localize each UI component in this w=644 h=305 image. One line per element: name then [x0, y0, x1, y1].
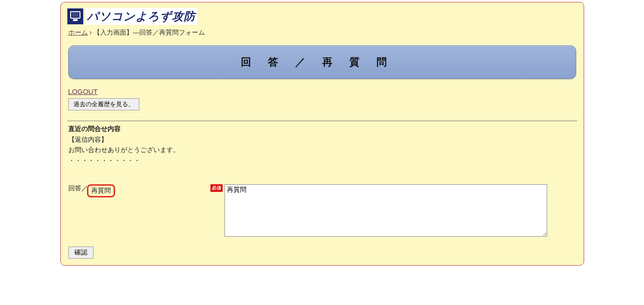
- form-label-highlight: 再質問: [87, 184, 115, 197]
- form-label-prefix: 回答／: [68, 184, 88, 193]
- page-container: パソコンよろず攻防 ホーム › 【入力画面】―回答／再質問フォーム 回答／再質問…: [60, 2, 584, 266]
- breadcrumb-home-link[interactable]: ホーム: [68, 29, 88, 36]
- required-badge: 必須: [210, 184, 223, 192]
- form-row: 回答／ 再質問 必須: [68, 184, 577, 238]
- logout-link[interactable]: LOGOUT: [68, 87, 98, 95]
- breadcrumb: ホーム › 【入力画面】―回答／再質問フォーム: [68, 29, 577, 37]
- logo-icon: [67, 8, 83, 24]
- breadcrumb-separator: ›: [89, 29, 92, 36]
- reply-heading: 【返信内容】: [68, 134, 577, 145]
- divider: [67, 121, 577, 121]
- inquiry-section-title: 直近の問合せ内容: [68, 125, 577, 133]
- banner-title: 回答／再質問: [241, 56, 404, 68]
- page-banner: 回答／再質問: [68, 45, 576, 79]
- reply-body-line2: ・・・・・・・・・・・: [68, 155, 577, 166]
- reply-block: 【返信内容】 お問い合わせありがとうございます。 ・・・・・・・・・・・: [68, 134, 577, 166]
- form-label: 回答／ 再質問: [68, 184, 209, 197]
- reply-body-line1: お問い合わせありがとうございます。: [68, 145, 577, 155]
- svg-rect-2: [73, 19, 78, 21]
- view-history-button[interactable]: 過去の全履歴を見る。: [68, 98, 139, 110]
- logo-text: パソコンよろず攻防: [85, 8, 197, 25]
- confirm-button[interactable]: 確認: [68, 247, 94, 259]
- breadcrumb-current: 【入力画面】―回答／再質問フォーム: [94, 29, 205, 36]
- logo-row: パソコンよろず攻防: [67, 8, 577, 25]
- form-input-col: 必須: [210, 184, 547, 238]
- answer-textarea[interactable]: [224, 184, 547, 237]
- svg-rect-1: [72, 13, 79, 17]
